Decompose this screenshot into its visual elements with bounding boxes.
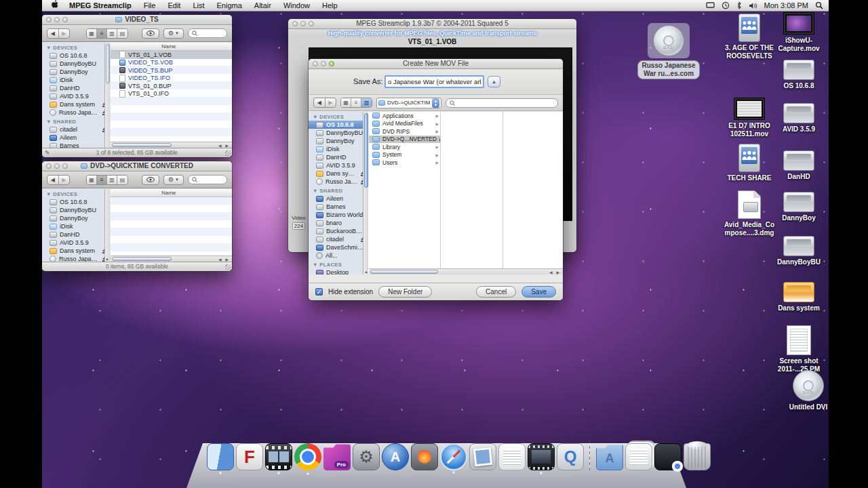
menu-edit[interactable]: Edit [161, 0, 186, 11]
column-view-button[interactable]: ▥ [361, 98, 372, 107]
desktop-icon-dannyboybu[interactable]: DannyBoyBU [772, 236, 826, 266]
search-field[interactable] [188, 28, 227, 38]
sidebar-item-citadel[interactable]: citadel [42, 125, 109, 134]
desktop-icon-danhd[interactable]: DanHD [772, 150, 826, 181]
dialog-search-field[interactable] [446, 98, 558, 108]
name-column-header[interactable]: Name [111, 189, 232, 197]
dock-trash-icon[interactable] [684, 443, 711, 470]
close-button[interactable] [46, 17, 52, 22]
finder2-title-bar[interactable]: DVD->QUICKTIME CONVERTED [42, 161, 232, 171]
save-button[interactable]: Save [521, 286, 556, 298]
minimize-button[interactable] [321, 61, 326, 66]
sidebar-item-dans-system[interactable]: Dans system [309, 169, 368, 178]
menu-file[interactable]: File [138, 0, 162, 11]
apple-menu-icon[interactable] [47, 0, 63, 12]
menu-window[interactable]: Window [277, 0, 316, 11]
coverflow-view-button[interactable]: ▤ [117, 29, 127, 38]
sidebar-item-dannyboy[interactable]: DannyBoy [42, 214, 109, 222]
file-row[interactable]: VIDEO_TS.BUP [111, 66, 232, 75]
sidebar-item-barnes[interactable]: Barnes [309, 203, 368, 211]
file-row[interactable]: VTS_01_1.VOB [111, 51, 232, 59]
dock-applications-folder-icon[interactable] [596, 443, 623, 470]
sidebar-item-idisk[interactable]: iDisk [42, 222, 109, 230]
resize-grip[interactable] [225, 264, 231, 270]
action-menu-button[interactable]: ⚙▼ [163, 28, 184, 39]
sidebar-item-os1068[interactable]: OS 10.6.8 [42, 198, 109, 206]
browser-horizontal-scrollbar[interactable]: ◀ ▶ [369, 268, 563, 274]
sidebar-item-desktop[interactable]: Desktop [309, 268, 368, 274]
spotlight-icon[interactable] [815, 1, 823, 9]
dock-photo-booth-icon[interactable] [469, 443, 496, 470]
sidebar-item-daveschmidt[interactable]: DaveSchmidt (2) [309, 243, 368, 251]
save-dialog[interactable]: Create New MOV File Save As: ▲ ◀▶ ▦≡▥ DV… [309, 59, 563, 300]
desktop-icon-tech-share[interactable]: TECH SHARE [722, 144, 776, 182]
sidebar-item-avid359[interactable]: AVID 3.5.9 [42, 92, 109, 100]
desktop-icon-dans-system[interactable]: Dans system [772, 282, 826, 312]
sidebar-item-citadel[interactable]: citadel [309, 235, 368, 243]
action-menu-button[interactable]: ⚙▼ [163, 175, 184, 185]
desktop-icon-avid-3-5-9[interactable]: AVID 3.5.9 [772, 103, 826, 134]
sidebar-item-danhd[interactable]: DanHD [42, 84, 109, 92]
zoom-button[interactable] [309, 21, 314, 26]
dock-system-preferences-icon[interactable] [353, 443, 380, 470]
close-button[interactable] [313, 61, 318, 66]
dock-google-chrome-icon[interactable] [294, 443, 321, 470]
desktop-icon-age-of-the-roosevelts[interactable]: 3. AGE OF THE ROOSEVELTS [722, 14, 776, 60]
back-forward-buttons[interactable]: ◀▶ [313, 98, 336, 108]
view-switcher[interactable]: ▦≡▥ [340, 98, 372, 108]
dialog-sidebar-scrollbar[interactable]: ▲▼ [363, 112, 368, 274]
dock-safari-icon[interactable] [440, 443, 467, 470]
view-switcher[interactable]: ▦≡▥▤ [86, 28, 128, 39]
sidebar-item-os1068[interactable]: OS 10.6.8 [309, 121, 368, 129]
display-menu-icon[interactable] [706, 2, 715, 9]
zoom-button[interactable] [62, 163, 68, 169]
horizontal-scrollbar[interactable]: ◀ ▶ [111, 142, 232, 148]
dialog-title-bar[interactable]: Create New MOV File [309, 59, 563, 69]
new-folder-button[interactable]: New Folder [378, 286, 432, 298]
file-row[interactable]: VTS_01_0.IFO [111, 90, 232, 98]
sidebar-item-barnes[interactable]: Barnes [42, 142, 109, 148]
view-switcher[interactable]: ▦≡▥▤ [86, 175, 128, 185]
desktop-icon-dannyboy[interactable]: DannyBoy [772, 192, 826, 222]
desktop-icon-os-10-6-8[interactable]: OS 10.6.8 [772, 60, 826, 90]
list-view-button[interactable]: ≡ [97, 176, 107, 184]
dock-mpeg-streamclip-icon[interactable] [265, 443, 292, 470]
dock-toast-icon[interactable] [411, 443, 438, 470]
list-view-button[interactable]: ≡ [351, 98, 361, 107]
sidebar-item-dannyboybu[interactable]: DannyBoyBU [309, 129, 368, 137]
file-row[interactable]: VIDEO_TS.VOB [111, 59, 232, 67]
close-button[interactable] [46, 163, 52, 169]
bluetooth-icon[interactable] [736, 1, 742, 9]
menu-app-name[interactable]: MPEG Streamclip [63, 0, 138, 11]
save-as-input[interactable] [384, 75, 484, 88]
close-button[interactable] [292, 21, 298, 26]
dock-fetch-icon[interactable] [236, 443, 263, 470]
icon-view-button[interactable]: ▦ [87, 176, 97, 184]
quick-look-button[interactable] [142, 175, 159, 185]
hide-extension-checkbox[interactable]: ✓ [315, 288, 323, 296]
file-row[interactable]: VIDEO_TS.IFO [111, 75, 232, 83]
finder-window-video-ts[interactable]: VIDEO_TS ◀▶ ▦≡▥▤ ⚙▼ ▼ DEVICES OS 10.6.8 … [42, 15, 232, 157]
cancel-button[interactable]: Cancel [476, 286, 516, 298]
dock-textedit-icon[interactable] [498, 443, 526, 470]
column-item-dvd-quicktime-converted[interactable]: DVD->Q...NVERTED▶ [369, 136, 440, 144]
sidebar-item-aileen[interactable]: Aileen [309, 195, 368, 203]
icon-view-button[interactable]: ▦ [87, 29, 97, 38]
column-item-library[interactable]: Library▶ [369, 143, 440, 151]
horizontal-scrollbar[interactable]: ◀ ▶ [111, 256, 232, 262]
sidebar-item-idisk[interactable]: iDisk [42, 76, 109, 84]
sidebar-item-dannyboy[interactable]: DannyBoy [42, 68, 109, 76]
sidebar-item-dans-system[interactable]: Dans system [42, 100, 109, 108]
coverflow-view-button[interactable]: ▤ [117, 176, 127, 184]
column-item-avid-mediafiles[interactable]: Avid MediaFiles▶ [369, 120, 440, 128]
sidebar-scrollbar[interactable]: ▲▼ [104, 189, 110, 262]
menu-list[interactable]: List [186, 0, 210, 11]
quick-look-button[interactable] [142, 28, 159, 39]
sidebar-item-danhd[interactable]: DanHD [42, 230, 109, 239]
resize-grip[interactable] [225, 150, 231, 157]
sidebar-item-all[interactable]: All... [309, 251, 368, 260]
menu-altair[interactable]: Altair [248, 0, 277, 11]
finder1-title-bar[interactable]: VIDEO_TS [42, 15, 232, 25]
file-row[interactable]: VTS_01_0.BUP [111, 82, 232, 90]
menu-help[interactable]: Help [316, 0, 344, 11]
